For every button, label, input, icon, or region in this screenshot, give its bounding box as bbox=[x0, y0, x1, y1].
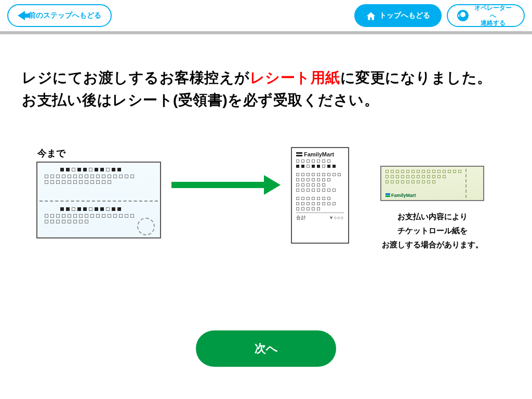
next-label: 次へ bbox=[255, 341, 278, 356]
headline-part2: に変更になりました。 bbox=[340, 70, 492, 86]
old-receipt-illustration bbox=[36, 162, 161, 238]
ticket-roll-illustration: FamilyMart bbox=[380, 166, 484, 201]
headline-line2: お支払い後はレシート(受領書)を必ず受取ください。 bbox=[22, 92, 379, 108]
headline-highlight: レシート用紙 bbox=[250, 70, 340, 86]
ticket-note-l3: お渡しする場合があります。 bbox=[382, 237, 483, 251]
operator-label: オペレーターへ 連絡する bbox=[472, 4, 514, 26]
top-label: トップへもどる bbox=[379, 11, 430, 20]
back-label: 前のステップへもどる bbox=[29, 11, 101, 20]
arrow-right-icon bbox=[171, 179, 281, 191]
operator-icon bbox=[457, 10, 469, 21]
back-button[interactable]: 前のステップへもどる bbox=[7, 4, 112, 27]
headline-part1: レジにてお渡しするお客様控えが bbox=[22, 70, 250, 86]
ticket-note-l1: お支払い内容により bbox=[382, 209, 483, 223]
arrow-left-icon bbox=[18, 11, 25, 20]
before-label: 今まで bbox=[37, 147, 161, 159]
headline: レジにてお渡しするお客様控えがレシート用紙に変更になりました。 お支払い後はレシ… bbox=[22, 66, 510, 112]
new-receipt-illustration: FamilyMart 合計 ￥○○○ bbox=[291, 147, 349, 244]
top-button[interactable]: トップへもどる bbox=[354, 4, 442, 27]
ticket-familymart-label: FamilyMart bbox=[391, 193, 416, 198]
next-button[interactable]: 次へ bbox=[196, 330, 336, 367]
familymart-label: FamilyMart bbox=[304, 151, 334, 157]
operator-button[interactable]: オペレーターへ 連絡する bbox=[447, 4, 525, 27]
ticket-note-l2: チケットロール紙を bbox=[382, 223, 483, 237]
ticket-note: お支払い内容により チケットロール紙を お渡しする場合があります。 bbox=[382, 209, 483, 251]
total-label: 合計 bbox=[296, 215, 307, 221]
home-icon bbox=[366, 11, 375, 20]
total-value: ￥○○○ bbox=[329, 215, 344, 221]
